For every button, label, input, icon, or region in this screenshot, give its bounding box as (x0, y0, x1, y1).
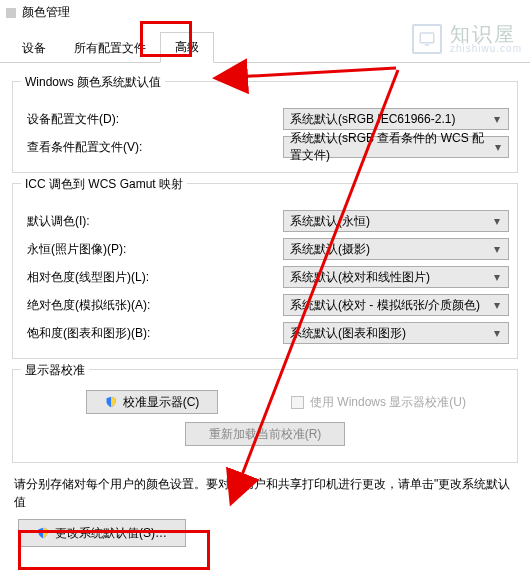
watermark-text-zh: 知识屋 (450, 24, 522, 44)
svg-rect-1 (425, 44, 430, 46)
combo-viewing-profile[interactable]: 系统默认(sRGB 查看条件的 WCS 配置文件) ▾ (283, 136, 509, 158)
combo-absolute-value: 系统默认(校对 - 模拟纸张/介质颜色) (290, 297, 480, 314)
group-win-defaults: Windows 颜色系统默认值 设备配置文件(D): 系统默认(sRGB IEC… (12, 81, 518, 173)
combo-perceptual-value: 系统默认(摄影) (290, 241, 370, 258)
chevron-down-icon: ▾ (490, 298, 504, 312)
chevron-down-icon: ▾ (490, 326, 504, 340)
label-perceptual: 永恒(照片图像)(P): (21, 241, 283, 258)
use-win-calibration-checkbox[interactable]: 使用 Windows 显示器校准(U) (283, 394, 509, 411)
combo-saturation-value: 系统默认(图表和图形) (290, 325, 406, 342)
shield-icon (37, 527, 49, 539)
window-titlebar: 颜色管理 (0, 0, 530, 21)
label-viewing-profile: 查看条件配置文件(V): (21, 139, 283, 156)
combo-default-intent-value: 系统默认(永恒) (290, 213, 370, 230)
label-absolute: 绝对色度(模拟纸张)(A): (21, 297, 283, 314)
chevron-down-icon: ▾ (492, 140, 504, 154)
calibrate-display-button[interactable]: 校准显示器(C) (86, 390, 219, 414)
app-icon (6, 8, 16, 18)
combo-absolute[interactable]: 系统默认(校对 - 模拟纸张/介质颜色) ▾ (283, 294, 509, 316)
chevron-down-icon: ▾ (490, 242, 504, 256)
hint-text: 请分别存储对每个用户的颜色设置。要对新用户和共享打印机进行更改，请单击"更改系统… (14, 475, 516, 511)
chevron-down-icon: ▾ (490, 270, 504, 284)
tab-all-profiles[interactable]: 所有配置文件 (60, 34, 160, 63)
watermark-icon (412, 24, 442, 54)
combo-device-profile[interactable]: 系统默认(sRGB IEC61966-2.1) ▾ (283, 108, 509, 130)
change-system-defaults-button[interactable]: 更改系统默认值(S)… (18, 519, 186, 547)
tab-devices[interactable]: 设备 (8, 34, 60, 63)
label-device-profile: 设备配置文件(D): (21, 111, 283, 128)
combo-relative[interactable]: 系统默认(校对和线性图片) ▾ (283, 266, 509, 288)
combo-device-profile-value: 系统默认(sRGB IEC61966-2.1) (290, 111, 455, 128)
combo-relative-value: 系统默认(校对和线性图片) (290, 269, 430, 286)
label-default-intent: 默认调色(I): (21, 213, 283, 230)
combo-default-intent[interactable]: 系统默认(永恒) ▾ (283, 210, 509, 232)
change-system-defaults-label: 更改系统默认值(S)… (55, 525, 167, 542)
calibrate-display-label: 校准显示器(C) (123, 394, 200, 411)
shield-icon (105, 396, 117, 408)
chevron-down-icon: ▾ (490, 112, 504, 126)
reload-calibration-button[interactable]: 重新加载当前校准(R) (185, 422, 345, 446)
label-relative: 相对色度(线型图片)(L): (21, 269, 283, 286)
combo-perceptual[interactable]: 系统默认(摄影) ▾ (283, 238, 509, 260)
group-icc-gamut: ICC 调色到 WCS Gamut 映射 默认调色(I): 系统默认(永恒) ▾… (12, 183, 518, 359)
use-win-calibration-label: 使用 Windows 显示器校准(U) (310, 394, 466, 411)
window-title: 颜色管理 (22, 4, 70, 21)
combo-viewing-profile-value: 系统默认(sRGB 查看条件的 WCS 配置文件) (290, 130, 492, 164)
watermark-text-en: zhishiwu.com (450, 44, 522, 54)
group-display-calibration-label: 显示器校准 (21, 362, 89, 379)
checkbox-box (291, 396, 304, 409)
tab-advanced[interactable]: 高级 (160, 32, 214, 63)
group-display-calibration: 显示器校准 校准显示器(C) 使用 Windows 显示器校准(U) 重新加载当… (12, 369, 518, 463)
combo-saturation[interactable]: 系统默认(图表和图形) ▾ (283, 322, 509, 344)
watermark: 知识屋 zhishiwu.com (412, 24, 522, 54)
chevron-down-icon: ▾ (490, 214, 504, 228)
svg-rect-0 (420, 33, 434, 43)
group-icc-gamut-label: ICC 调色到 WCS Gamut 映射 (21, 176, 187, 193)
group-win-defaults-label: Windows 颜色系统默认值 (21, 74, 165, 91)
label-saturation: 饱和度(图表和图形)(B): (21, 325, 283, 342)
reload-calibration-label: 重新加载当前校准(R) (209, 426, 322, 443)
